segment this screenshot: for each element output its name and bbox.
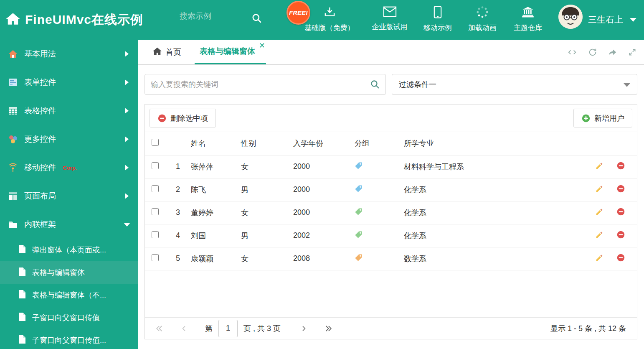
major-link[interactable]: 化学系 [404, 186, 426, 194]
cell-year: 2000 [293, 201, 355, 224]
open-new-window-icon[interactable] [608, 48, 617, 57]
delete-selected-button[interactable]: 删除选中项 [150, 109, 216, 127]
table-row: 2 陈飞 男 2000 化学系 [145, 178, 637, 201]
nav-basic-edition[interactable]: 基础版（免费） [305, 6, 355, 33]
sidebar-subitem-grid-edit-window[interactable]: 表格与编辑窗体 [0, 261, 138, 284]
sidebar-subitem-label: 子窗口向父窗口传值... [32, 335, 106, 345]
delete-icon[interactable] [616, 161, 625, 170]
grid-toolbar: 删除选中项 新增用户 [145, 104, 637, 132]
column-year: 入学年份 [293, 132, 355, 155]
mobile-signal-icon [8, 163, 18, 173]
sidebar-subitem-child-to-parent[interactable]: 子窗口向父窗口传值 [0, 306, 138, 329]
table-icon [8, 106, 18, 116]
chevron-right-icon [125, 165, 129, 171]
cell-year: 2000 [293, 178, 355, 201]
column-group: 分组 [355, 132, 404, 155]
tab-label: 首页 [165, 47, 181, 58]
header-search-input[interactable] [180, 12, 246, 21]
filter-dropdown[interactable]: 过滤条件一 [392, 74, 637, 95]
grid-empty-space [145, 270, 637, 318]
sidebar-subitem-grid-edit-window-2[interactable]: 表格与编辑窗体（不... [0, 284, 138, 306]
table-row: 3 董婷婷 女 2000 化学系 [145, 201, 637, 224]
edit-icon[interactable] [595, 185, 603, 193]
delete-icon[interactable] [616, 184, 625, 193]
sidebar-item-basic-usage[interactable]: 基本用法 [0, 40, 138, 68]
delete-selected-label: 删除选中项 [170, 113, 208, 123]
next-page-icon[interactable] [300, 325, 307, 332]
last-page-icon[interactable] [325, 325, 332, 332]
row-checkbox[interactable] [152, 162, 159, 169]
avatar[interactable] [558, 5, 583, 29]
divider [290, 321, 290, 336]
edit-icon[interactable] [595, 254, 603, 262]
cell-gender: 女 [241, 155, 293, 178]
row-number: 3 [169, 201, 191, 224]
user-name[interactable]: 三生石上 [588, 14, 623, 25]
sidebar-item-page-layout[interactable]: 页面布局 [0, 182, 138, 210]
sidebar-item-label: 更多控件 [24, 134, 56, 145]
keyword-search-input[interactable] [145, 74, 386, 95]
home-icon[interactable] [6, 13, 20, 27]
major-link[interactable]: 化学系 [404, 209, 426, 217]
nav-enterprise-trial[interactable]: 企业版试用 [372, 6, 408, 32]
row-number: 4 [169, 224, 191, 247]
first-page-icon[interactable] [156, 325, 163, 332]
sidebar-subitem-label: 弹出窗体（本页面或... [32, 245, 106, 255]
nav-theme-repo[interactable]: 主题仓库 [514, 6, 542, 33]
sidebar-subitem-child-to-parent-2[interactable]: 子窗口向父窗口传值... [0, 329, 138, 349]
edit-icon[interactable] [595, 162, 603, 170]
table-row: 5 康颖颖 女 2008 数学系 [145, 247, 637, 270]
search-icon[interactable] [251, 13, 262, 25]
layout-icon [8, 191, 18, 201]
nav-loading-animation[interactable]: 加载动画 [468, 6, 497, 33]
sidebar-item-form-controls[interactable]: 表单控件 [0, 68, 138, 97]
major-link[interactable]: 化学系 [404, 232, 426, 240]
delete-icon[interactable] [616, 230, 625, 239]
column-actions [584, 132, 637, 155]
sidebar-item-grid-controls[interactable]: 表格控件 [0, 97, 138, 125]
refresh-icon[interactable] [588, 48, 597, 57]
page-label-prefix: 第 [205, 324, 213, 334]
major-link[interactable]: 材料科学与工程系 [404, 163, 464, 171]
sidebar-subitem-label: 子窗口向父窗口传值 [32, 313, 100, 323]
cell-year: 2002 [293, 224, 355, 247]
prev-page-icon[interactable] [181, 325, 188, 332]
tab-home[interactable]: 首页 [150, 40, 184, 64]
tab-grid-edit-window[interactable]: 表格与编辑窗体 [195, 40, 266, 64]
delete-icon[interactable] [616, 207, 625, 216]
expand-icon[interactable] [628, 48, 636, 56]
nav-mobile-demo[interactable]: 移动示例 [423, 6, 452, 33]
delete-icon[interactable] [616, 253, 625, 262]
page-number-input[interactable] [218, 320, 238, 337]
filter-dropdown-value: 过滤条件一 [399, 79, 436, 89]
source-code-icon[interactable] [567, 48, 577, 57]
sidebar-item-inline-frame[interactable]: 内联框架 [0, 210, 138, 239]
grid-panel: 删除选中项 新增用户 姓名 性别 入学年份 分组 所学专业 [145, 104, 637, 339]
cell-year: 2008 [293, 247, 355, 270]
row-checkbox[interactable] [152, 208, 159, 215]
search-icon[interactable] [370, 79, 380, 89]
tab-toolbar [567, 40, 636, 65]
app-header: FineUIMvc在线示例 FREE! 基础版（免费） 企业版试用 移动示例 加… [0, 0, 644, 40]
sidebar-item-more-controls[interactable]: 更多控件 [0, 125, 138, 153]
column-major: 所学专业 [404, 132, 584, 155]
pagination-bar: 第 页 , 共 3 页 显示 1 - 5 条 , 共 12 条 [145, 317, 637, 339]
sidebar-item-mobile-controls[interactable]: 移动控件 Corp. [0, 153, 138, 182]
add-user-button[interactable]: 新增用户 [573, 109, 632, 127]
row-checkbox[interactable] [152, 254, 159, 261]
row-checkbox[interactable] [152, 185, 159, 192]
major-link[interactable]: 数学系 [404, 255, 426, 263]
file-icon [18, 312, 26, 324]
close-icon[interactable] [260, 43, 264, 48]
column-gender: 性别 [241, 132, 293, 155]
row-checkbox[interactable] [152, 231, 159, 238]
envelope-icon [383, 6, 396, 19]
cell-gender: 男 [241, 178, 293, 201]
edit-icon[interactable] [595, 231, 603, 239]
sidebar-subitem-popup-window[interactable]: 弹出窗体（本页面或... [0, 239, 138, 261]
edit-icon[interactable] [595, 208, 603, 216]
frame-icon [8, 219, 18, 229]
column-name: 姓名 [191, 132, 241, 155]
select-all-checkbox[interactable] [152, 139, 159, 146]
cell-year: 2000 [293, 155, 355, 178]
